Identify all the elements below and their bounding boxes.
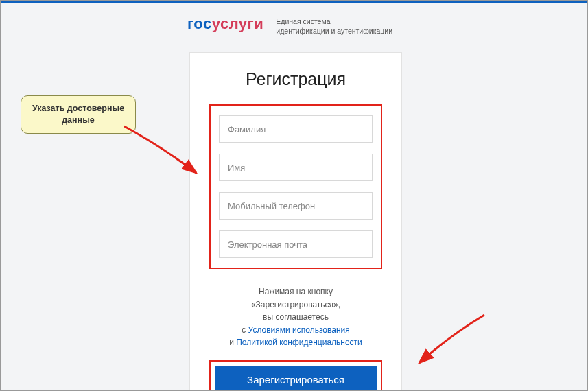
page-background: госуслуги Единая система идентификации и…	[1, 3, 587, 390]
consent-text: Нажимая на кнопку «Зарегистрироваться», …	[209, 285, 382, 349]
logo-part1: гос	[187, 15, 212, 32]
header-subtitle: Единая система идентификации и аутентифи…	[276, 16, 392, 36]
consent-line1: Нажимая на кнопку	[209, 285, 382, 298]
logo: госуслуги	[187, 15, 263, 33]
fields-highlight-box	[209, 104, 382, 269]
page-title: Регистрация	[209, 69, 382, 89]
surname-field[interactable]	[219, 115, 373, 143]
consent-line3: вы соглашаетесь	[209, 311, 382, 324]
subtitle-line2: идентификации и аутентификации	[276, 26, 392, 36]
subtitle-line1: Единая система	[276, 16, 392, 26]
arrow-to-fields-icon	[121, 119, 210, 188]
consent-line2: «Зарегистрироваться»,	[209, 298, 382, 311]
privacy-link[interactable]: Политикой конфиденциальности	[236, 337, 362, 347]
button-highlight-box: Зарегистрироваться	[209, 360, 382, 391]
consent-privacy-prefix: и	[229, 337, 236, 347]
annotation-callout: Указать достоверные данные	[21, 95, 136, 134]
name-field[interactable]	[219, 154, 373, 181]
email-field[interactable]	[219, 230, 373, 258]
arrow-to-button-icon	[412, 311, 495, 380]
site-header: госуслуги Единая система идентификации и…	[187, 15, 392, 36]
logo-part2: услуги	[212, 15, 264, 32]
registration-card: Регистрация Нажимая на кнопку «Зарегистр…	[189, 52, 402, 391]
terms-link[interactable]: Условиями использования	[248, 325, 350, 335]
consent-terms-prefix: с	[242, 325, 248, 335]
register-button[interactable]: Зарегистрироваться	[215, 366, 377, 391]
phone-field[interactable]	[219, 192, 373, 220]
